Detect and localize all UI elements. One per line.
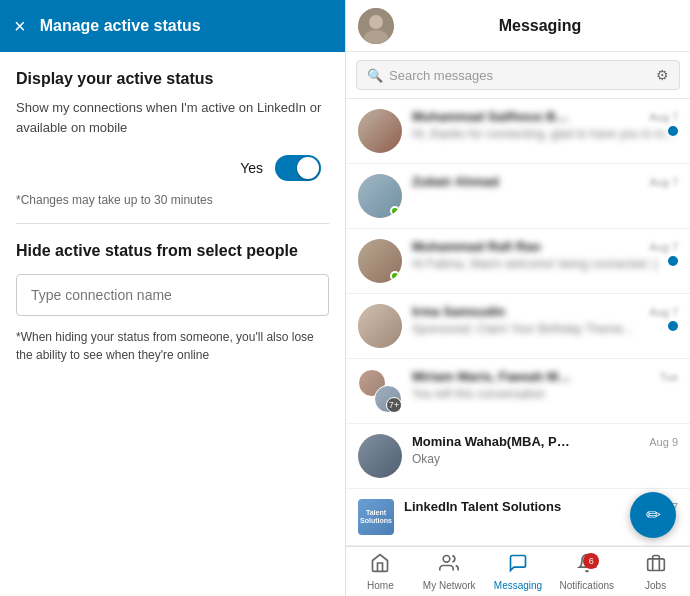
avatar	[358, 434, 402, 478]
left-header: × Manage active status	[0, 0, 345, 52]
left-content: Display your active status Show my conne…	[0, 52, 345, 596]
list-item[interactable]: 7+ Miriam Maris, Faeeah Maris, Mu... Tue…	[346, 359, 690, 424]
bottom-navigation: Home My Network Messaging 6 Notification…	[346, 546, 690, 596]
message-time: Aug 7	[649, 111, 678, 123]
nav-item-notifications[interactable]: 6 Notifications	[552, 547, 621, 596]
nav-item-home[interactable]: Home	[346, 547, 415, 596]
section-divider	[16, 223, 329, 224]
online-indicator	[390, 206, 400, 216]
compose-button[interactable]: ✏	[630, 492, 676, 538]
message-content: Muhammad Rafi Rao Aug 7 Hi Fatima, Warm …	[412, 239, 678, 271]
toggle-row: Yes	[16, 155, 329, 181]
message-preview: Sponsored: Claim Your Birthday Theme...	[412, 322, 678, 336]
list-item[interactable]: Muhammad Rafi Rao Aug 7 Hi Fatima, Warm …	[346, 229, 690, 294]
search-bar-container: 🔍 Search messages ⚙	[346, 52, 690, 99]
message-preview: You left this conversation	[412, 387, 678, 401]
search-bar[interactable]: 🔍 Search messages ⚙	[356, 60, 680, 90]
message-time: Aug 7	[649, 306, 678, 318]
compose-icon: ✏	[646, 504, 661, 526]
right-header: Messaging	[346, 0, 690, 52]
svg-rect-4	[647, 558, 664, 570]
group-avatar: 7+	[358, 369, 402, 413]
list-item[interactable]: Irma Samsudin Aug 7 Sponsored: Claim You…	[346, 294, 690, 359]
notification-badge: 6	[583, 553, 599, 569]
sender-name: Momina Wahab(MBA, PMP, QMS)	[412, 434, 572, 449]
message-time: Aug 9	[649, 436, 678, 448]
messaging-title: Messaging	[402, 17, 678, 35]
connection-name-input[interactable]	[16, 274, 329, 316]
avatar	[358, 174, 402, 218]
messages-list: Muhammad Saifhous Bhar Aug 7 Hi, thanks …	[346, 99, 690, 546]
toggle-label: Yes	[240, 160, 263, 176]
display-section-description: Show my connections when I'm active on L…	[16, 98, 329, 137]
nav-item-messaging[interactable]: Messaging	[484, 547, 553, 596]
unread-indicator	[668, 126, 678, 136]
svg-point-1	[369, 15, 383, 29]
message-content: Momina Wahab(MBA, PMP, QMS) Aug 9 Okay	[412, 434, 678, 466]
message-content: Zubair Ahmad Aug 7	[412, 174, 678, 206]
sender-name: Irma Samsudin	[412, 304, 505, 319]
message-content: Muhammad Saifhous Bhar Aug 7 Hi, thanks …	[412, 109, 678, 141]
display-section: Display your active status Show my conne…	[16, 70, 329, 207]
avatar	[358, 109, 402, 153]
message-time: Aug 7	[649, 241, 678, 253]
search-placeholder: Search messages	[389, 68, 656, 83]
nav-label-messaging: Messaging	[494, 580, 542, 591]
group-count: 7+	[386, 397, 402, 413]
message-content: Irma Samsudin Aug 7 Sponsored: Claim You…	[412, 304, 678, 336]
list-item[interactable]: Momina Wahab(MBA, PMP, QMS) Aug 9 Okay	[346, 424, 690, 489]
messaging-icon	[508, 553, 528, 578]
talent-solutions-logo: TalentSolutions	[358, 499, 394, 535]
message-time: Tue	[659, 371, 678, 383]
nav-label-home: Home	[367, 580, 394, 591]
list-item[interactable]: Zubair Ahmad Aug 7	[346, 164, 690, 229]
message-preview: Okay	[412, 452, 678, 466]
avatar	[358, 239, 402, 283]
online-indicator	[390, 271, 400, 281]
toggle-knob	[297, 157, 319, 179]
svg-point-3	[443, 555, 450, 562]
avatar	[358, 304, 402, 348]
nav-item-network[interactable]: My Network	[415, 547, 484, 596]
jobs-icon	[646, 553, 666, 578]
nav-item-jobs[interactable]: Jobs	[621, 547, 690, 596]
network-icon	[439, 553, 459, 578]
unread-indicator	[668, 321, 678, 331]
hide-section: Hide active status from select people *W…	[16, 242, 329, 364]
close-button[interactable]: ×	[14, 15, 26, 38]
user-avatar[interactable]	[358, 8, 394, 44]
left-panel: × Manage active status Display your acti…	[0, 0, 345, 596]
nav-label-network: My Network	[423, 580, 476, 591]
search-icon: 🔍	[367, 68, 383, 83]
message-content: Miriam Maris, Faeeah Maris, Mu... Tue Yo…	[412, 369, 678, 401]
changes-note: *Changes may take up to 30 minutes	[16, 193, 329, 207]
message-time: Aug 7	[649, 176, 678, 188]
message-preview	[412, 192, 678, 206]
nav-label-jobs: Jobs	[645, 580, 666, 591]
sender-name: Muhammad Saifhous Bhar	[412, 109, 572, 124]
hide-note: *When hiding your status from someone, y…	[16, 328, 329, 364]
sender-name: Zubair Ahmad	[412, 174, 499, 189]
filter-icon[interactable]: ⚙	[656, 67, 669, 83]
sender-name: Muhammad Rafi Rao	[412, 239, 541, 254]
list-item[interactable]: Muhammad Saifhous Bhar Aug 7 Hi, thanks …	[346, 99, 690, 164]
left-panel-title: Manage active status	[40, 17, 201, 35]
hide-section-title: Hide active status from select people	[16, 242, 329, 260]
active-status-toggle[interactable]	[275, 155, 321, 181]
sender-name: LinkedIn Talent Solutions	[404, 499, 561, 514]
message-preview: Hi, thanks for connecting, glad to have …	[412, 127, 678, 141]
message-preview: Hi Fatima, Warm welcome! being connected…	[412, 257, 678, 271]
unread-indicator	[668, 256, 678, 266]
right-panel: Messaging 🔍 Search messages ⚙ Muhammad S…	[345, 0, 690, 596]
sender-name: Miriam Maris, Faeeah Maris, Mu...	[412, 369, 572, 384]
display-section-title: Display your active status	[16, 70, 329, 88]
home-icon	[370, 553, 390, 578]
nav-label-notifications: Notifications	[560, 580, 614, 591]
